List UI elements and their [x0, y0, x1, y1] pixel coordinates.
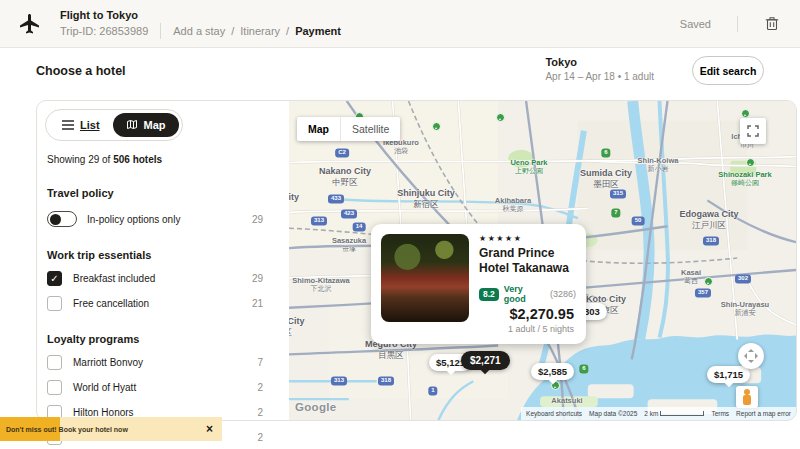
- filters-panel: List Map Showing 29 of 506 hotels Travel…: [37, 101, 289, 420]
- map-type-control: Map Satellite: [297, 117, 400, 141]
- hotel-price-detail: 1 adult / 5 nights: [508, 324, 574, 334]
- filter-option-free-cancellation[interactable]: Free cancellation21: [47, 296, 263, 311]
- search-city: Tokyo: [545, 56, 654, 68]
- filter-option-label: Breakfast included: [73, 273, 252, 284]
- promo-banner: Don't miss out! Book your hotel now ×: [0, 417, 222, 441]
- transit-poi-icon: [741, 109, 750, 118]
- filter-option-breakfast-included[interactable]: ✓Breakfast included29: [47, 271, 263, 286]
- checkbox[interactable]: [47, 296, 62, 311]
- travel-policy-heading: Travel policy: [47, 187, 263, 199]
- fullscreen-button[interactable]: [740, 118, 766, 144]
- transit-poi-icon: [432, 122, 441, 131]
- hotel-star-rating: ★★★★★: [479, 234, 576, 243]
- work-trip-heading: Work trip essentials: [47, 249, 263, 261]
- map-attribution: Keyboard shortcuts Map data ©2025 2 km T…: [521, 407, 796, 420]
- breadcrumb-separator: /: [286, 25, 289, 37]
- pan-left-icon: [741, 353, 747, 359]
- breadcrumb-item-add-a-stay[interactable]: Add a stay: [173, 25, 225, 37]
- hotel-popup-card[interactable]: ★★★★★ Grand Prince Hotel Takanawa 8.2 Ve…: [371, 224, 586, 344]
- filter-option-label: World of Hyatt: [73, 382, 257, 393]
- map-type-map-button[interactable]: Map: [297, 117, 340, 141]
- checkbox[interactable]: [47, 355, 62, 370]
- map-view-button[interactable]: Map: [113, 113, 179, 137]
- search-dates: Apr 14 – Apr 18 • 1 adult: [545, 71, 654, 82]
- in-policy-toggle[interactable]: [47, 211, 77, 227]
- trip-title: Flight to Tokyo: [60, 9, 341, 21]
- filter-option-count: 2: [257, 432, 263, 443]
- view-toggle: List Map: [45, 109, 183, 141]
- hotel-photo: [381, 234, 469, 322]
- delete-trip-button[interactable]: [762, 14, 782, 34]
- checkbox[interactable]: ✓: [47, 271, 62, 286]
- hotel-price: $2,270.95: [508, 306, 574, 322]
- airplane-icon: [18, 12, 42, 36]
- app-header: Flight to Tokyo Trip-ID: 26853989 Add a …: [0, 0, 800, 48]
- transit-poi-icon: [746, 158, 755, 167]
- checkbox[interactable]: [47, 380, 62, 395]
- pan-down-icon: [748, 360, 754, 366]
- map-canvas[interactable]: Ikebukuro池袋Nakano City中野区Shinjuku City新宿…: [289, 101, 796, 420]
- saved-status: Saved: [680, 18, 711, 30]
- breadcrumb: Add a stay/Itinerary/Payment: [173, 25, 341, 37]
- page-title: Choose a hotel: [36, 64, 126, 78]
- map-data-label: Map data ©2025: [589, 410, 637, 417]
- promo-banner-text: Don't miss out! Book your hotel now: [0, 426, 206, 433]
- filter-option-label: Free cancellation: [73, 298, 252, 309]
- breadcrumb-separator: /: [231, 25, 234, 37]
- rating-word: Very good: [504, 284, 545, 304]
- pan-right-icon: [755, 353, 761, 359]
- in-policy-toggle-row[interactable]: In-policy options only 29: [47, 211, 263, 227]
- banner-close-icon[interactable]: ×: [206, 423, 222, 435]
- results-count: Showing 29 of 506 hotels: [47, 154, 263, 165]
- breadcrumb-item-payment[interactable]: Payment: [295, 25, 341, 37]
- review-count: (3286): [550, 289, 576, 299]
- report-error-link[interactable]: Report a map error: [736, 410, 791, 417]
- filter-option-count: 2: [257, 382, 263, 393]
- filter-option-marriott-bonvoy[interactable]: Marriott Bonvoy7: [47, 355, 263, 370]
- rating-badge: 8.2: [479, 288, 499, 301]
- filter-option-count: 21: [252, 298, 263, 309]
- transit-poi-icon: [496, 113, 505, 122]
- map-scale: 2 km: [644, 410, 704, 417]
- all-hotels-link[interactable]: 506 hotels: [113, 154, 162, 165]
- trip-id: Trip-ID: 26853989: [60, 25, 148, 37]
- list-icon: [62, 120, 74, 130]
- fullscreen-icon: [747, 125, 759, 137]
- transit-poi-icon: [704, 277, 713, 286]
- edit-search-button[interactable]: Edit search: [692, 56, 764, 85]
- google-logo: Google: [295, 401, 336, 413]
- hotel-search-page: Flight to Tokyo Trip-ID: 26853989 Add a …: [0, 0, 800, 449]
- header-divider: [160, 23, 161, 39]
- filter-option-count: 2: [257, 407, 263, 418]
- terms-link[interactable]: Terms: [711, 410, 729, 417]
- search-summary: Tokyo Apr 14 – Apr 18 • 1 adult: [545, 56, 654, 82]
- hotel-name: Grand Prince Hotel Takanawa: [479, 246, 576, 276]
- loyalty-heading: Loyalty programs: [47, 333, 263, 345]
- price-marker-1715[interactable]: $1,715: [707, 366, 750, 383]
- breadcrumb-item-itinerary[interactable]: Itinerary: [240, 25, 280, 37]
- price-marker-2271[interactable]: $2,271: [461, 351, 510, 370]
- filter-option-count: 7: [257, 357, 263, 368]
- map-icon: [126, 119, 138, 131]
- pan-control[interactable]: [738, 343, 764, 369]
- price-marker-2585[interactable]: $2,585: [531, 363, 574, 380]
- pan-up-icon: [748, 346, 754, 352]
- list-view-button[interactable]: List: [49, 113, 113, 137]
- trash-icon: [765, 16, 779, 31]
- filter-option-label: Marriott Bonvoy: [73, 357, 257, 368]
- header-divider-right: [737, 16, 738, 32]
- scale-bar: [660, 411, 704, 416]
- pegman-control[interactable]: [736, 386, 758, 408]
- map-type-satellite-button[interactable]: Satellite: [340, 117, 400, 141]
- results-card: List Map Showing 29 of 506 hotels Travel…: [36, 100, 797, 421]
- filter-option-count: 29: [252, 273, 263, 284]
- keyboard-shortcuts-link[interactable]: Keyboard shortcuts: [526, 410, 582, 417]
- filter-option-world-of-hyatt[interactable]: World of Hyatt2: [47, 380, 263, 395]
